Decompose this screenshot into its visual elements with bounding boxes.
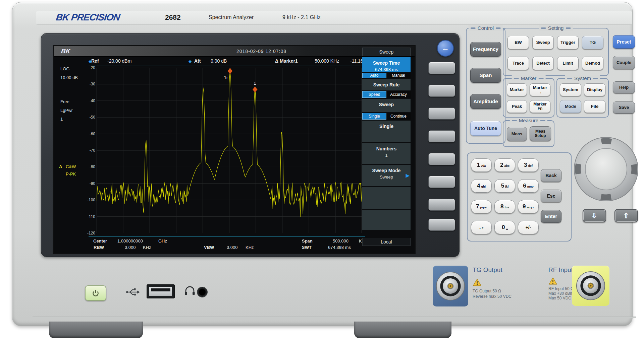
status-bar: BK 2018-02-09 12:07:08 [54, 46, 415, 57]
system-group-label: System [574, 75, 591, 81]
softmenu-item-empty-8[interactable] [362, 210, 411, 230]
softkey-4[interactable] [428, 130, 455, 142]
softmenu-item-numbers[interactable]: Numbers1 [362, 143, 411, 164]
y-axis-tick: -110 [82, 214, 95, 219]
amplitude-button[interactable]: Amplitude [470, 94, 501, 109]
usb-port[interactable] [147, 284, 175, 298]
limit-button[interactable]: Limit [557, 57, 579, 70]
detect-button[interactable]: Detect [532, 57, 554, 70]
trigger-button[interactable]: Trigger [557, 36, 579, 49]
headphone-jack[interactable] [198, 287, 207, 297]
esc-button[interactable]: Esc [541, 190, 561, 202]
vbw-value: 3.000 [227, 245, 238, 250]
softkey-5[interactable] [428, 153, 455, 165]
back-button[interactable]: Back [541, 169, 561, 182]
key-0[interactable]: 0␣ [494, 221, 515, 234]
key-plus-minus[interactable]: +/- [518, 221, 539, 234]
y-axis-tick: -20 [82, 65, 95, 70]
power-button[interactable] [85, 285, 106, 301]
instrument-foot-left [49, 322, 143, 338]
frequency-button[interactable]: Frequency [470, 42, 501, 57]
vbw-label: VBW [204, 245, 214, 250]
display-button[interactable]: Display [584, 83, 605, 96]
softmenu-item-title: Sweep [362, 102, 411, 107]
back-arrow-button[interactable]: ← [437, 40, 454, 57]
marker-fn-button[interactable]: MarkerFn [530, 100, 550, 113]
auto-tune-button[interactable]: Auto Tune [470, 121, 501, 136]
toggle-speed[interactable]: Speed [362, 91, 386, 98]
toggle-accuracy[interactable]: Accuracy [386, 91, 411, 98]
marker-label: 1r [224, 75, 228, 80]
softmenu-item-sweep-rule[interactable]: Sweep RuleSpeedAccuracy [362, 79, 411, 98]
couple-button[interactable]: Couple [613, 56, 635, 69]
toggle-manual[interactable]: Manual [386, 73, 411, 78]
rotary-knob[interactable] [573, 136, 639, 202]
span-button[interactable]: Span [470, 68, 501, 83]
frequency-range: 9 kHz - 2.1 GHz [282, 14, 321, 20]
mode-button[interactable]: Mode [560, 100, 581, 113]
softmenu-item-sweep[interactable]: SweepSingleContinue [362, 99, 411, 120]
key-2[interactable]: 2abc [494, 158, 515, 172]
toggle-continue[interactable]: Continue [386, 113, 411, 120]
sweep-button[interactable]: Sweep [532, 36, 554, 49]
softkey-2[interactable] [428, 85, 455, 97]
softkey-1[interactable] [428, 62, 455, 74]
instrument-foot-right [354, 322, 451, 338]
key-6[interactable]: 6mno [518, 179, 539, 193]
softmenu-title: Sweep [362, 48, 411, 56]
meas-button[interactable]: Meas [507, 127, 527, 141]
softmenu-item-value: 674.398 ms [362, 67, 411, 72]
key-9[interactable]: 9wxyz [518, 200, 539, 213]
softmenu-item-value: 1 [362, 153, 411, 158]
key-5[interactable]: 5jkl [494, 179, 515, 193]
marker-button[interactable]: Marker [507, 83, 527, 96]
up-arrow-button[interactable]: ⇧ [614, 209, 638, 222]
file-button[interactable]: File [584, 100, 605, 113]
lcd-screen: BK 2018-02-09 12:07:08 Ref -20.00 dBm ◆ … [54, 46, 415, 253]
key-4[interactable]: 4ghi [471, 179, 492, 193]
brand-strip: BK PRECISION 2682 Spectrum Analyzer 9 kH… [36, 11, 632, 25]
right-arrow-icon: → [538, 90, 542, 94]
help-button[interactable]: Help [613, 81, 635, 93]
key-dot[interactable]: .# [471, 221, 492, 234]
bw-button[interactable]: BW [507, 36, 529, 49]
softmenu-item-sweep-mode[interactable]: Sweep ModeSweep▶ [362, 165, 411, 186]
softmenu-item-sweep-time[interactable]: Sweep Time674.398 msAutoManual [362, 57, 411, 78]
setting-group-label: Setting [548, 25, 564, 31]
control-group: Control Frequency Span Amplitude Auto Tu… [466, 28, 505, 144]
system-button[interactable]: System [560, 83, 581, 96]
demod-button[interactable]: Demod [582, 57, 603, 70]
down-arrow-button[interactable]: ⇩ [583, 209, 606, 222]
coupling-label: C&W [66, 164, 76, 169]
softkey-3[interactable] [428, 108, 455, 120]
preset-button[interactable]: Preset [613, 35, 635, 49]
tg-output-connector[interactable] [435, 271, 466, 301]
softmenu-item-title: Sweep Time [362, 60, 411, 66]
ref-label: Ref [91, 58, 99, 64]
key-3[interactable]: 3def [518, 158, 539, 172]
trace-button[interactable]: Trace [507, 57, 529, 70]
key-1[interactable]: 1A/a [471, 158, 492, 172]
softmenu-item-empty-7[interactable] [362, 187, 411, 209]
delta-marker-freq: 50.000 KHz [315, 58, 339, 64]
enter-button[interactable]: Enter [541, 210, 561, 223]
rf-input-connector[interactable] [575, 270, 606, 301]
instrument-photo: BK PRECISION 2682 Spectrum Analyzer 9 kH… [0, 0, 644, 344]
softmenu-item-single[interactable]: Single [362, 121, 411, 142]
peak-button[interactable]: Peak [507, 100, 527, 113]
softkey-7[interactable] [428, 199, 455, 211]
softkey-6[interactable] [428, 176, 455, 188]
marker-group: Marker Marker Marker→ Peak MarkerFn [503, 78, 554, 118]
down-arrow-icon: ⇩ [591, 212, 597, 220]
tg-button[interactable]: TG [582, 36, 603, 49]
marker-to-button[interactable]: Marker→ [530, 83, 550, 96]
key-8[interactable]: 8tuv [494, 200, 515, 213]
save-button[interactable]: Save [613, 101, 635, 114]
toggle-single[interactable]: Single [362, 113, 386, 120]
toggle-auto[interactable]: Auto [362, 73, 386, 78]
key-7[interactable]: 7pqrs [471, 200, 492, 213]
softmenu-item-title: Sweep Rule [362, 82, 411, 87]
meas-setup-button[interactable]: MeasSetup [530, 126, 551, 141]
screen-brand-logo: BK [60, 48, 71, 55]
softkey-8[interactable] [428, 219, 455, 231]
